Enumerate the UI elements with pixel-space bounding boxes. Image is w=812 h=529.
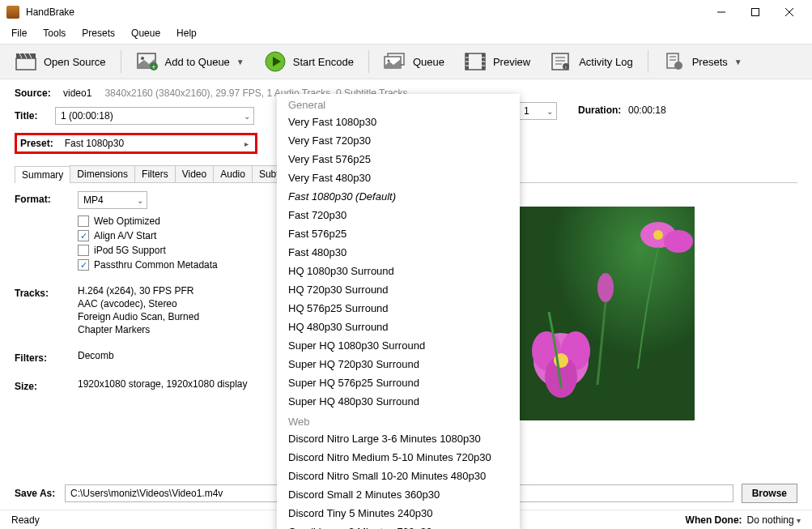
presets-button[interactable]: Presets ▼ [655, 49, 750, 75]
tab-summary[interactable]: Summary [15, 166, 70, 183]
preset-option[interactable]: Gmail Large 3 Minutes 720p30 [277, 523, 520, 529]
ipod-label: iPod 5G Support [94, 245, 166, 256]
when-done-dropdown[interactable]: Do nothing ▾ [747, 514, 801, 526]
source-label: Source: [15, 87, 55, 99]
svg-point-36 [674, 62, 682, 70]
preset-option[interactable]: Very Fast 576p25 [277, 150, 520, 169]
format-dropdown[interactable]: MP4 ⌄ [78, 191, 147, 209]
clapper-icon [15, 52, 37, 71]
align-av-label: Align A/V Start [94, 230, 156, 241]
start-encode-button[interactable]: Start Encode [256, 49, 362, 75]
tab-dimensions[interactable]: Dimensions [70, 165, 135, 182]
preset-option[interactable]: Fast 576p25 [277, 224, 520, 243]
svg-rect-1 [752, 9, 759, 16]
menu-queue[interactable]: Queue [125, 26, 167, 41]
toolbar: Open Source + Add to Queue ▼ Start Encod… [0, 44, 812, 79]
tab-video[interactable]: Video [175, 165, 214, 182]
preset-option[interactable]: Fast 1080p30 (Default) [277, 187, 520, 206]
maximize-button[interactable] [739, 1, 772, 23]
preset-option[interactable]: Fast 720p30 [277, 206, 520, 224]
save-as-label: Save As: [15, 488, 57, 499]
source-name: video1 [63, 87, 91, 99]
preset-option[interactable]: Super HQ 576p25 Surround [277, 373, 520, 392]
preset-value: Fast 1080p30 [65, 138, 124, 149]
app-icon [6, 6, 19, 19]
size-label: Size: [15, 378, 78, 392]
menu-tools[interactable]: Tools [36, 26, 72, 41]
svg-text:+: + [151, 63, 155, 70]
tracks-label: Tracks: [15, 285, 78, 299]
svg-point-10 [141, 57, 144, 60]
svg-text:i: i [566, 65, 567, 70]
menu-help[interactable]: Help [170, 26, 203, 41]
preview-label: Preview [493, 56, 530, 68]
track-line: H.264 (x264), 30 FPS PFR [78, 285, 199, 296]
web-optimized-label: Web Optimized [94, 215, 160, 227]
preview-button[interactable]: Preview [456, 49, 538, 75]
preset-option[interactable]: Discord Tiny 5 Minutes 240p30 [277, 504, 520, 523]
open-source-label: Open Source [44, 56, 106, 68]
toolbar-separator [368, 50, 369, 73]
web-optimized-checkbox[interactable]: Web Optimized [78, 215, 218, 227]
chevron-down-icon: ▼ [236, 58, 244, 66]
chevron-down-icon: ▼ [734, 58, 742, 66]
preset-option[interactable]: Fast 480p30 [277, 243, 520, 262]
chevron-down-icon: ⌄ [546, 107, 553, 116]
film-icon [464, 52, 487, 71]
menu-file[interactable]: File [5, 26, 33, 41]
passthru-checkbox[interactable]: ✓ Passthru Common Metadata [78, 259, 218, 271]
preset-label: Preset: [20, 138, 53, 149]
preset-option[interactable]: HQ 1080p30 Surround [277, 262, 520, 280]
preset-option[interactable]: Discord Nitro Medium 5-10 Minutes 720p30 [277, 448, 520, 467]
menu-presets[interactable]: Presets [75, 26, 121, 41]
svg-point-48 [597, 273, 614, 302]
menubar: File Tools Presets Queue Help [0, 24, 812, 44]
activity-log-label: Activity Log [579, 56, 632, 68]
preset-option[interactable]: Super HQ 1080p30 Surround [277, 336, 520, 355]
titlebar: HandBrake [0, 0, 812, 24]
preset-option[interactable]: HQ 720p30 Surround [277, 280, 520, 299]
start-encode-label: Start Encode [293, 56, 354, 68]
passthru-label: Passthru Common Metadata [94, 259, 218, 271]
preset-option[interactable]: Super HQ 480p30 Surround [277, 392, 520, 411]
stack-icon [384, 52, 406, 71]
duration-label: Duration: [578, 105, 621, 116]
minimize-button[interactable] [705, 1, 738, 23]
title-dropdown[interactable]: 1 (00:00:18) ⌄ [55, 107, 254, 125]
preset-option[interactable]: Very Fast 720p30 [277, 131, 520, 150]
play-icon [264, 52, 287, 71]
preset-option[interactable]: Discord Small 2 Minutes 360p30 [277, 485, 520, 504]
preset-option[interactable]: Super HQ 720p30 Surround [277, 355, 520, 373]
toolbar-separator [648, 50, 648, 73]
preset-option[interactable]: HQ 576p25 Surround [277, 299, 520, 318]
size-value: 1920x1080 storage, 1920x1080 display [78, 378, 248, 390]
svg-point-46 [664, 230, 693, 253]
title-label: Title: [15, 110, 47, 122]
preset-option[interactable]: HQ 480p30 Surround [277, 318, 520, 336]
preset-option[interactable]: Very Fast 1080p30 [277, 113, 520, 131]
image-plus-icon: + [136, 52, 159, 71]
chevron-right-icon: ▸ [244, 139, 249, 148]
tab-filters[interactable]: Filters [134, 165, 176, 182]
queue-button[interactable]: Queue [376, 49, 453, 75]
browse-button[interactable]: Browse [742, 484, 797, 503]
svg-point-47 [653, 230, 663, 240]
preset-option[interactable]: Discord Nitro Large 3-6 Minutes 1080p30 [277, 429, 520, 448]
chevron-down-icon: ▾ [797, 516, 801, 525]
add-to-queue-button[interactable]: + Add to Queue ▼ [128, 49, 253, 75]
ipod-checkbox[interactable]: iPod 5G Support [78, 245, 218, 256]
preset-option[interactable]: Very Fast 480p30 [277, 169, 520, 187]
popup-section-title: Web [277, 411, 520, 429]
open-source-button[interactable]: Open Source [6, 49, 114, 75]
close-button[interactable] [773, 1, 806, 23]
align-av-checkbox[interactable]: ✓ Align A/V Start [78, 230, 218, 241]
chevron-down-icon: ⌄ [244, 112, 250, 121]
tab-audio[interactable]: Audio [213, 165, 253, 182]
duration-value: 00:00:18 [628, 105, 666, 116]
activity-log-button[interactable]: i Activity Log [542, 49, 640, 75]
chapter-end-dropdown[interactable]: 1 ⌄ [518, 102, 557, 120]
preset-selector[interactable]: Preset: Fast 1080p30 ▸ [15, 133, 257, 154]
track-line: Chapter Markers [78, 324, 199, 335]
preset-option[interactable]: Discord Nitro Small 10-20 Minutes 480p30 [277, 467, 520, 485]
preview-thumbnail [517, 207, 695, 420]
